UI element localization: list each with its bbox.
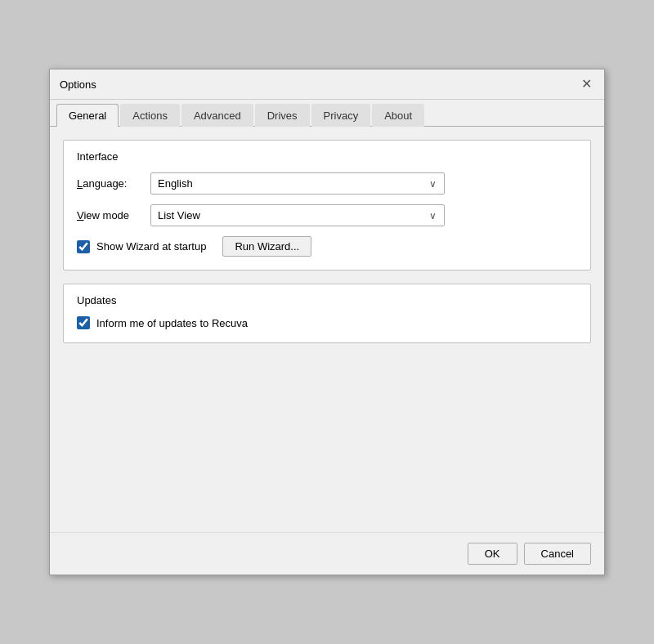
viewmode-select[interactable]: List View: [150, 204, 445, 226]
interface-section-title: Interface: [77, 150, 577, 163]
interface-section: Interface Language: English View mode: [63, 140, 591, 271]
title-bar: Options ✕: [50, 69, 604, 100]
content-area: Interface Language: English View mode: [50, 127, 604, 532]
updates-section-title: Updates: [77, 294, 577, 306]
tab-actions[interactable]: Actions: [120, 104, 180, 127]
inform-updates-row: Inform me of updates to Recuva: [77, 316, 577, 329]
options-window: Options ✕ General Actions Advanced Drive…: [49, 69, 605, 575]
ok-button[interactable]: OK: [468, 543, 517, 565]
run-wizard-button[interactable]: Run Wizard...: [222, 236, 311, 257]
tab-privacy[interactable]: Privacy: [311, 104, 371, 127]
show-wizard-row: Show Wizard at startup Run Wizard...: [77, 236, 577, 257]
language-label: Language:: [77, 177, 150, 190]
language-select[interactable]: English: [150, 172, 445, 195]
tabs-container: General Actions Advanced Drives Privacy …: [50, 100, 604, 127]
tab-about[interactable]: About: [372, 104, 424, 127]
tab-general[interactable]: General: [56, 104, 119, 127]
tab-drives[interactable]: Drives: [255, 104, 310, 127]
inform-updates-checkbox[interactable]: [77, 316, 90, 329]
updates-section: Updates Inform me of updates to Recuva: [63, 284, 591, 343]
viewmode-label: View mode: [77, 209, 150, 221]
show-wizard-checkbox[interactable]: [77, 240, 90, 253]
viewmode-label-text: View mode: [77, 209, 129, 221]
viewmode-select-wrapper: List View: [150, 204, 445, 226]
language-select-wrapper: English: [150, 172, 445, 195]
cancel-button[interactable]: Cancel: [524, 543, 591, 565]
language-label-text: Language:: [77, 177, 127, 190]
window-title: Options: [60, 78, 96, 91]
language-row: Language: English: [77, 172, 577, 195]
tab-advanced[interactable]: Advanced: [181, 104, 253, 127]
footer: OK Cancel: [50, 532, 604, 575]
close-button[interactable]: ✕: [578, 76, 594, 92]
inform-updates-label: Inform me of updates to Recuva: [96, 317, 248, 329]
viewmode-row: View mode List View: [77, 204, 577, 226]
show-wizard-label: Show Wizard at startup: [96, 240, 206, 253]
